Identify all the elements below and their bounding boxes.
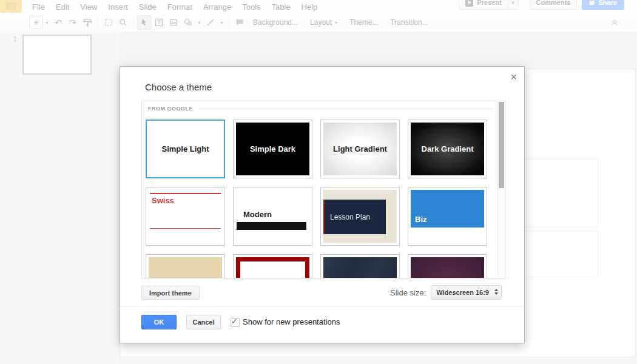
dialog-divider bbox=[120, 306, 524, 306]
theme-preview bbox=[149, 257, 222, 278]
choose-theme-dialog: × Choose a theme FROM GOOGLE Simple Ligh… bbox=[120, 66, 525, 343]
theme-preview bbox=[323, 257, 397, 278]
cancel-button[interactable]: Cancel bbox=[186, 315, 221, 329]
theme-grid: Simple LightSimple DarkLight GradientDar… bbox=[146, 120, 487, 278]
theme-thumbnail-spotlight[interactable] bbox=[320, 254, 400, 278]
theme-thumbnail-simple-light[interactable]: Simple Light bbox=[146, 120, 225, 178]
theme-preview bbox=[236, 257, 309, 278]
spinner-arrows-icon bbox=[494, 289, 498, 295]
theme-preview: Lesson Plan bbox=[323, 190, 397, 243]
theme-label: Swiss bbox=[152, 196, 174, 205]
theme-thumbnail-tan[interactable] bbox=[146, 254, 225, 278]
import-theme-button[interactable]: Import theme bbox=[141, 286, 200, 300]
slide-size-label: Slide size: bbox=[390, 288, 426, 297]
theme-label: Biz bbox=[415, 215, 427, 224]
theme-thumbnail-simple-dark[interactable]: Simple Dark bbox=[233, 120, 312, 178]
theme-label: Light Gradient bbox=[333, 144, 387, 153]
theme-preview: Simple Dark bbox=[236, 123, 309, 175]
theme-preview: Dark Gradient bbox=[411, 123, 484, 175]
theme-label: Modern bbox=[243, 210, 272, 219]
theme-list: FROM GOOGLE Simple LightSimple DarkLight… bbox=[141, 101, 505, 278]
theme-label: Simple Light bbox=[162, 144, 209, 153]
theme-label: Simple Dark bbox=[250, 144, 295, 153]
theme-preview: Light Gradient bbox=[323, 123, 397, 175]
theme-thumbnail-red-border[interactable] bbox=[233, 254, 312, 278]
google-slides-app: FileEditViewInsertSlideFormatArrangeTool… bbox=[0, 0, 637, 364]
section-divider bbox=[199, 109, 493, 109]
slide-size-control: Slide size: Widescreen 16:9 bbox=[390, 285, 502, 300]
theme-label: Dark Gradient bbox=[422, 144, 474, 153]
checkbox-label: Show for new presentations bbox=[243, 317, 340, 326]
section-label: FROM GOOGLE bbox=[148, 106, 193, 112]
theme-preview: Swiss bbox=[149, 190, 222, 243]
theme-label: Lesson Plan bbox=[330, 213, 370, 221]
theme-thumbnail-dark-gradient[interactable]: Dark Gradient bbox=[408, 120, 487, 178]
theme-thumbnail-lesson-plan[interactable]: Lesson Plan bbox=[320, 187, 400, 246]
check-icon: ✓ bbox=[231, 317, 238, 326]
theme-preview: Modern bbox=[236, 190, 309, 243]
theme-preview bbox=[411, 257, 484, 278]
theme-preview: Simple Light bbox=[149, 123, 222, 175]
section-header: FROM GOOGLE bbox=[148, 106, 493, 112]
scrollbar-thumb[interactable] bbox=[499, 102, 504, 188]
slide-size-select[interactable]: Widescreen 16:9 bbox=[431, 285, 502, 300]
ok-button[interactable]: OK bbox=[141, 315, 177, 329]
theme-thumbnail-modern[interactable]: Modern bbox=[233, 187, 312, 246]
slide-size-value: Widescreen 16:9 bbox=[436, 289, 489, 296]
theme-list-scrollbar[interactable] bbox=[497, 101, 505, 278]
close-icon[interactable]: × bbox=[510, 72, 517, 83]
theme-thumbnail-light-gradient[interactable]: Light Gradient bbox=[320, 120, 400, 178]
dialog-title: Choose a theme bbox=[145, 82, 212, 92]
show-new-presentations-checkbox[interactable]: ✓ bbox=[231, 318, 240, 327]
theme-thumbnail-biz[interactable]: Biz bbox=[408, 187, 487, 246]
theme-preview: Biz bbox=[411, 190, 484, 243]
theme-thumbnail-swiss[interactable]: Swiss bbox=[146, 187, 225, 246]
theme-thumbnail-plum[interactable] bbox=[408, 254, 487, 278]
